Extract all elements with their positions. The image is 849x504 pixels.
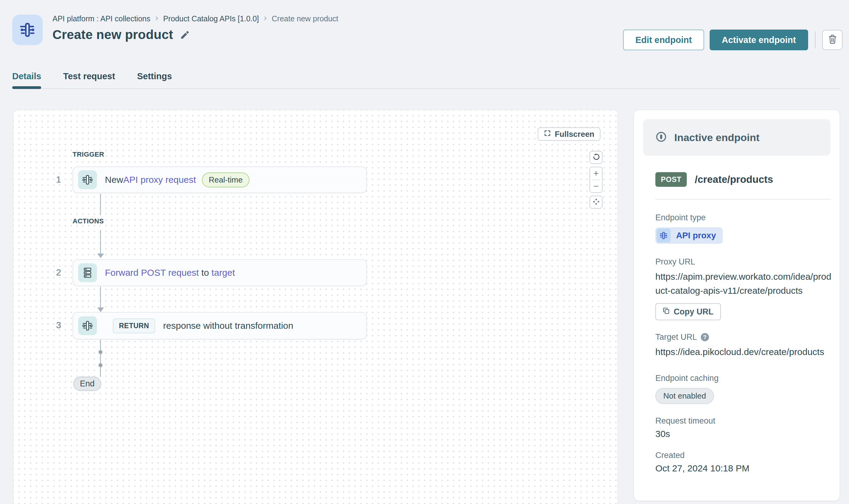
reset-zoom-button[interactable] (589, 151, 603, 164)
api-collection-icon (12, 15, 43, 45)
actions-section-label: ACTIONS (73, 217, 104, 225)
trash-icon (828, 34, 837, 46)
step-number: 3 (52, 320, 65, 330)
endpoint-caching-label: Endpoint caching (655, 374, 831, 383)
fullscreen-label: Fullscreen (555, 129, 594, 139)
chevron-right-icon: › (155, 13, 158, 24)
endpoint-type-chip: API proxy (655, 227, 723, 244)
created-value: Oct 27, 2024 10:18 PM (655, 463, 831, 473)
return-badge: RETURN (113, 319, 155, 334)
target-url-label: Target URL (655, 332, 697, 342)
active-tab-indicator (12, 86, 41, 89)
forward-request-step-card[interactable]: Forward POST request to target (73, 259, 367, 286)
connector-dot (99, 363, 102, 367)
pan-button[interactable] (589, 196, 603, 209)
connector-line (100, 340, 101, 377)
fullscreen-icon (544, 129, 551, 139)
reset-zoom-icon (592, 153, 600, 162)
breadcrumb: API platform : API collections › Product… (52, 13, 338, 24)
step-text: response without transformation (163, 321, 293, 331)
target-link[interactable]: target (212, 268, 235, 278)
header-divider (815, 32, 815, 48)
activate-endpoint-button[interactable]: Activate endpoint (710, 30, 808, 50)
connector-line (100, 230, 101, 253)
edit-pencil-icon[interactable] (180, 30, 190, 41)
proxy-url-value: https://apim.preview.workato.com/idea/pr… (655, 270, 832, 298)
zoom-in-button[interactable]: + (590, 167, 602, 179)
copy-icon (663, 307, 670, 317)
status-header: Inactive endpoint (643, 119, 830, 156)
delete-endpoint-button[interactable] (822, 30, 843, 50)
help-icon[interactable]: ? (701, 333, 709, 341)
breadcrumb-item-current: Create new product (272, 14, 338, 23)
step-number: 2 (52, 267, 65, 277)
server-stack-icon (78, 263, 97, 282)
recipe-canvas[interactable]: Fullscreen + − TRIGGER 1 (13, 110, 618, 504)
connector-line (100, 194, 101, 215)
tabs-divider (12, 88, 840, 89)
request-timeout-value: 30s (655, 429, 831, 439)
step-text-prefix: New (105, 175, 123, 185)
tab-settings[interactable]: Settings (137, 71, 172, 87)
tab-details[interactable]: Details (12, 71, 41, 87)
breadcrumb-item-api[interactable]: Product Catalog APIs [1.0.0] (163, 14, 259, 23)
inactive-status-icon (655, 131, 667, 144)
proxy-url-label: Proxy URL (655, 257, 831, 267)
endpoint-path: /create/products (695, 174, 773, 185)
http-method-badge: POST (655, 172, 687, 187)
connector-arrow (97, 253, 104, 258)
step-text-middle: to (199, 268, 212, 278)
caching-status-pill: Not enabled (655, 388, 714, 404)
connector-arrow (97, 307, 104, 312)
api-proxy-icon (78, 170, 97, 189)
chevron-right-icon: › (264, 13, 267, 24)
endpoint-type-label: Endpoint type (655, 213, 831, 222)
api-proxy-icon (78, 316, 97, 335)
endpoint-details-panel: Inactive endpoint POST /create/products … (634, 110, 840, 501)
fullscreen-button[interactable]: Fullscreen (538, 127, 601, 141)
copy-url-label: Copy URL (674, 307, 714, 317)
connector-line (100, 287, 101, 307)
copy-url-button[interactable]: Copy URL (655, 303, 721, 320)
connector-dot (99, 350, 102, 354)
step-number: 1 (52, 174, 65, 185)
forward-request-link[interactable]: Forward POST request (105, 268, 199, 278)
page-title: Create new product (52, 28, 173, 42)
request-timeout-label: Request timeout (655, 416, 831, 426)
api-proxy-icon (657, 229, 671, 242)
trigger-link[interactable]: API proxy request (123, 175, 196, 185)
tab-test-request[interactable]: Test request (63, 71, 115, 87)
pan-icon (592, 198, 600, 207)
tab-bar: Details Test request Settings (12, 71, 172, 87)
target-url-value: https://idea.pikocloud.dev/create/produc… (655, 345, 832, 359)
status-badge: Inactive endpoint (674, 132, 760, 144)
endpoint-type-value: API proxy (676, 231, 716, 240)
trigger-section-label: TRIGGER (73, 150, 104, 159)
panel-divider (655, 199, 831, 200)
return-step-card[interactable]: RETURN response without transformation (73, 312, 367, 340)
zoom-out-button[interactable]: − (590, 180, 602, 192)
zoom-control: + − (589, 167, 603, 193)
created-label: Created (655, 451, 831, 460)
edit-endpoint-button[interactable]: Edit endpoint (623, 30, 704, 50)
breadcrumb-item-collections[interactable]: API platform : API collections (52, 14, 150, 23)
end-node[interactable]: End (73, 377, 101, 391)
trigger-step-card[interactable]: New API proxy request Real-time (73, 166, 367, 193)
realtime-badge: Real-time (202, 173, 249, 187)
